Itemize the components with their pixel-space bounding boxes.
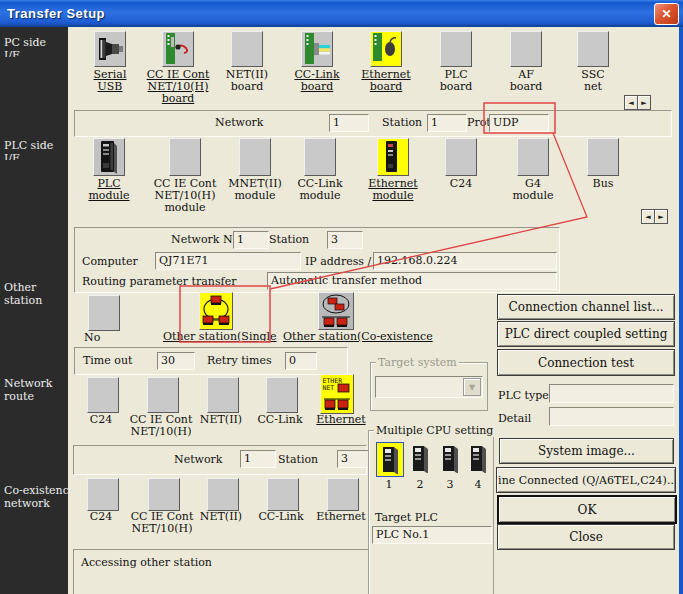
ethernet-module-icon [377,138,409,176]
scroll-left-icon: ◄ [628,99,633,107]
multiple-cpu-title: Multiple CPU setting [374,424,495,437]
station-info-panel: Network No 1 Station 3 Computer QJ71E71 … [74,227,560,293]
cpu-1-number: 1 [376,478,402,491]
coex-network-field[interactable]: 1 [240,450,276,468]
pc-side-item-ccie-board[interactable]: CC IE ContNET/10(H)board [145,31,211,105]
scroll-right-icon: ► [658,213,663,221]
connection-channel-list-button[interactable]: Connection channel list... [497,294,675,320]
coex-item-cclink[interactable] [267,478,299,511]
other-station-item-single[interactable] [199,292,233,330]
pc-side-item-netii-board[interactable]: NET(II)board [214,31,280,93]
other-station-coexistence-label[interactable]: Other station(Co-existence [283,330,433,343]
station-no-field[interactable]: 3 [327,231,363,249]
pc-side-item-cclink-board[interactable]: CC-Linkboard [284,31,350,93]
window-title: Transfer Setup [0,6,105,21]
window-right-edge [679,27,683,594]
plc-side-item-bus[interactable]: Bus [570,138,636,190]
line-connected-button[interactable]: ine Connected (Q/A6TEL,C24).. [496,467,676,493]
target-system-dropdown[interactable]: ▼ [375,376,483,398]
computer-field[interactable]: QJ71E71 [155,252,301,270]
plc-side-item-ccie-module[interactable]: CC IE ContNET/10(H)module [152,138,218,214]
routing-parameter-field[interactable]: Automatic transfer method [267,272,557,290]
ok-button[interactable]: OK [497,495,677,524]
cpu-2-icon[interactable] [407,442,433,475]
close-icon: ✕ [661,7,671,21]
route-ethernet-icon: ETHERNET [320,374,354,414]
coex-item-ccie[interactable] [148,478,180,511]
retry-times-field[interactable]: 0 [285,352,317,370]
sidebar-label-network-route: Networkroute [4,377,70,403]
route-item-ethernet[interactable]: ETHERNET [320,374,354,414]
close-window-button[interactable]: ✕ [654,3,679,25]
plc-side-scroll-left-button[interactable]: ◄ [641,209,655,224]
timeout-field[interactable]: 30 [157,352,195,370]
station-value-field[interactable]: 1 [427,114,467,132]
other-station-single-icon [199,292,233,330]
station-label: Station [382,116,422,129]
plc-side-item-cclink-module[interactable]: CC-Linkmodule [287,138,353,202]
coexistence-station-panel: Network 1 Station 3 [73,445,367,475]
af-board-icon [510,31,542,67]
pc-side-item-af-board[interactable]: AFboard [493,31,559,93]
route-c24-icon [87,377,119,413]
plc-direct-coupled-setting-button[interactable]: PLC direct coupled setting [497,321,675,347]
other-station-item-coexistence[interactable] [318,292,354,330]
dropdown-arrow-icon: ▼ [463,378,481,396]
coex-item-c24[interactable] [87,478,119,511]
title-bar: Transfer Setup ✕ [0,0,683,27]
system-image-button[interactable]: System image... [499,438,674,464]
target-system-group: Target system ▼ [370,362,488,411]
coex-netii-icon [207,478,239,511]
plc-side-item-g4-module[interactable]: G4module [500,138,566,202]
coex-station-field[interactable]: 3 [337,450,370,468]
plc-side-item-plc-module[interactable]: PLCmodule [76,138,142,202]
pc-side-item-plc-board[interactable]: PLCboard [423,31,489,93]
other-station-item-no[interactable] [88,295,120,331]
connection-test-button[interactable]: Connection test [497,349,675,376]
routing-parameter-label: Routing parameter transfer [82,275,236,288]
status-message: Accessing other station [81,556,212,569]
sidebar-label-other-station: Otherstation [4,281,70,307]
close-button[interactable]: Close [497,524,675,550]
route-item-cclink[interactable] [266,377,298,413]
plc-module-icon [93,138,125,176]
protocol-value-field[interactable]: UDP [489,114,549,132]
detail-field [549,407,674,426]
network-value-field[interactable]: 1 [329,114,369,132]
cpu-4-icon[interactable] [465,442,491,475]
other-station-single-label[interactable]: Other station(Single [163,330,277,343]
cpu-3-icon[interactable] [437,442,463,475]
multiple-cpu-group: Multiple CPU setting 1 2 3 4 Target PLC … [368,430,494,594]
other-station-coexistence-icon [318,292,354,330]
coex-item-ethernet[interactable] [327,478,359,511]
cpu-1-icon[interactable] [376,442,404,477]
plc-side-scroll-right-button[interactable]: ► [654,209,668,224]
plc-type-label: PLC type [498,389,549,402]
plc-side-item-ethernet-module[interactable]: Ethernetmodule [360,138,426,202]
no-other-station-label[interactable]: No [84,331,100,344]
scroll-left-icon: ◄ [645,213,650,221]
pc-side-scroll-right-button[interactable]: ► [637,95,651,110]
network-no-field[interactable]: 1 [233,231,269,249]
route-item-ccie[interactable] [147,377,179,413]
category-sidebar: PC sideI/F PLC sideI/F Otherstation Netw… [0,27,68,594]
computer-label: Computer [82,255,138,268]
ssc-net-icon [577,31,609,67]
route-item-netii[interactable] [207,377,239,413]
plc-side-item-c24[interactable]: C24 [428,138,494,190]
ip-address-label: IP address / [305,255,371,268]
retry-times-label: Retry times [207,354,272,367]
netii-board-icon [231,31,263,67]
pc-side-item-ethernet-board[interactable]: Ethernetboard [353,31,419,93]
pc-side-scroll-left-button[interactable]: ◄ [624,95,638,110]
pc-side-item-serial-usb[interactable]: SerialUSB [77,31,143,93]
sidebar-label-coexistence-network: Co-existencenetwork [4,484,70,510]
ip-address-field[interactable]: 192.168.0.224 [373,252,557,270]
route-item-c24[interactable] [87,377,119,413]
plc-side-item-mnetii-module[interactable]: MNET(II)module [222,138,288,202]
cpu-3-number: 3 [437,478,463,491]
pc-side-item-ssc-net[interactable]: SSCnet [560,31,626,93]
target-plc-field[interactable]: PLC No.1 [372,526,492,544]
coex-station-label: Station [278,453,318,466]
coex-item-netii[interactable] [207,478,239,511]
